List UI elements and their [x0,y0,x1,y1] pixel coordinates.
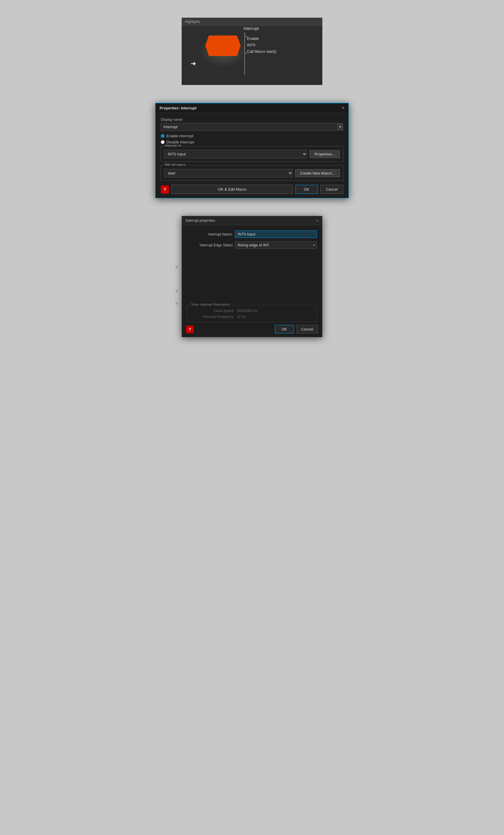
interrupt-freq-label: Interrupt Frequency: [190,315,235,319]
info-line-int0: INT0 [247,42,276,48]
interrupt-freq-value: 15 Hz [237,315,246,319]
interrupt-hexagon[interactable] [205,36,241,56]
interrupt-name-label: Interrupt Name: [187,232,233,237]
help-icon[interactable]: ? [161,185,169,194]
interrupt-properties-dialog: Interrupt properties × Interrupt Name: I… [182,216,322,337]
hexagon-container [205,36,241,56]
enable-interrupt-row: Enable interrupt [161,134,343,138]
interrupt-label: Interrupt [243,26,259,31]
info-lines: Enable INT0 Call Macro start() [247,36,276,55]
edge-select-wrapper: Rising edge of INT ▾ [235,241,317,249]
dialog-close-button[interactable]: × [342,106,344,110]
create-new-macro-button[interactable]: Create New Macro... [295,169,340,177]
enable-interrupt-radio[interactable] [161,134,165,138]
int-props-titlebar: Interrupt properties × [182,216,322,225]
timer-group-legend: Timer Interrupt Parameters: [190,303,232,306]
help-symbol: ? [163,187,166,192]
dialog-footer: ? OK & Edit Macro OK Cancel [161,185,343,194]
properties-dialog: Properties: Interrupt × Display name: ▾ … [155,103,349,198]
enable-interrupt-label: Enable interrupt [166,134,193,138]
properties-button[interactable]: Properties... [309,150,340,158]
int-props-close-button[interactable]: × [316,218,319,223]
diagram-panel: Highlights Interrupt Enable INT0 Call Ma… [182,18,322,85]
timer-group: Timer Interrupt Parameters: Clock Speed:… [187,305,317,322]
dialog-body: Display name: ▾ Enable interrupt Disable… [156,113,348,198]
int-props-body: Interrupt Name: Interrupt Edge Select Ri… [182,225,322,322]
interrupt-on-row: INT0 Input Properties... [164,150,340,158]
int-props-footer: ? OK Cancel [182,322,322,337]
diagram-header-text: Highlights [185,20,200,24]
edge-select[interactable]: Rising edge of INT [235,242,311,248]
clock-speed-row: Clock Speed: 16000000 Hz [190,309,314,313]
display-name-dropdown[interactable]: ▾ [338,123,343,130]
dialog-title: Properties: Interrupt [160,106,197,110]
int-props-title: Interrupt properties [185,219,215,223]
edge-select-arrow-icon: ▾ [311,242,317,248]
interrupt-name-row: Interrupt Name: [187,230,317,238]
ok-button[interactable]: OK [296,185,318,194]
clock-speed-value: 16000000 Hz [237,309,258,313]
clock-speed-label: Clock Speed: [190,309,235,313]
will-call-row: start Create New Macro... [164,169,340,178]
interrupt-on-select[interactable]: INT0 Input [164,150,307,158]
interrupt-on-group: Interrupt on: INT0 Input Properties... [161,146,343,162]
int-ok-button[interactable]: OK [275,325,294,333]
info-line-enable: Enable [247,36,276,42]
dialog-titlebar: Properties: Interrupt × [156,103,348,113]
int-help-icon[interactable]: ? [186,326,194,333]
cancel-button[interactable]: Cancel [320,185,343,194]
interrupt-freq-row: Interrupt Frequency: 15 Hz [190,315,314,319]
will-call-legend: Will call macro: [163,163,187,166]
will-call-select[interactable]: start [164,169,293,178]
will-call-group: Will call macro: start Create New Macro.… [161,165,343,181]
edge-select-row: Interrupt Edge Select Rising edge of INT… [187,241,317,249]
display-name-label: Display name: [161,118,343,122]
panel3-wrapper: p e b Interrupt properties × Interrupt N… [182,216,322,337]
diagram-header: Highlights [182,18,322,25]
int-help-symbol: ? [189,327,191,332]
disable-interrupt-row: Disable interrupt [161,140,343,144]
edge-select-label: Interrupt Edge Select [187,243,233,247]
display-name-row: ▾ [161,123,343,131]
side-char-b: b [176,301,178,305]
interrupt-name-input[interactable] [235,230,317,238]
display-name-input[interactable] [161,123,338,131]
side-char-e: e [176,289,178,293]
interrupt-on-legend: Interrupt on: [163,144,183,147]
side-char-p: p [176,265,178,269]
int-cancel-button[interactable]: Cancel [296,325,318,333]
ok-edit-macro-button[interactable]: OK & Edit Macro [171,185,293,194]
info-line-call: Call Macro start() [247,48,276,55]
arrow-left: ➜ [191,60,196,67]
int-props-spacer [187,252,317,305]
